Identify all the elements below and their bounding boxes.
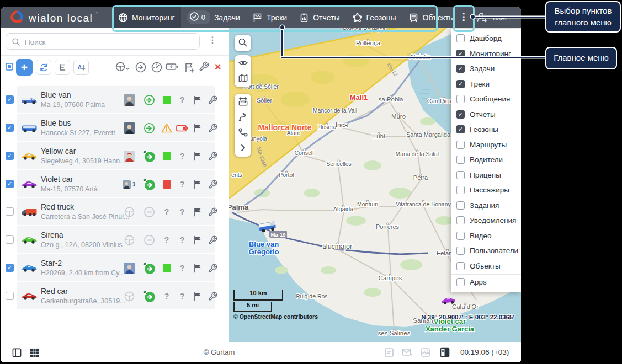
unit-name[interactable]: Violet car bbox=[41, 175, 73, 184]
menu-item-routes[interactable]: Маршруты bbox=[451, 137, 521, 153]
checked-checkbox[interactable]: ✓ bbox=[456, 125, 465, 133]
unit-row[interactable]: Yellow carSiegelweg 4, 30519 Hann...? bbox=[17, 142, 215, 169]
motion-filter-icon[interactable] bbox=[135, 61, 147, 73]
unchecked-checkbox[interactable] bbox=[456, 141, 465, 149]
no-driver-wheel-icon[interactable] bbox=[123, 233, 136, 247]
geofence-flag-icon[interactable] bbox=[191, 205, 204, 218]
apps-grid-icon[interactable] bbox=[30, 348, 39, 360]
unit-row[interactable]: Star-2H20269, 2.40 km from Cy...? bbox=[17, 254, 215, 281]
unit-name[interactable]: Blue bus bbox=[41, 119, 71, 127]
menu-item-reports[interactable]: ✓Отчеты bbox=[451, 107, 521, 122]
unchecked-checkbox[interactable] bbox=[456, 247, 465, 255]
no-driver-wheel-icon[interactable] bbox=[123, 205, 136, 218]
sort-button[interactable]: A bbox=[73, 60, 89, 75]
driver-filter-icon[interactable] bbox=[115, 61, 129, 73]
unchecked-checkbox[interactable] bbox=[456, 95, 465, 103]
log-panel-icon[interactable] bbox=[384, 347, 394, 360]
unit-row[interactable]: Blue vanMa-19, 07600 Palma? bbox=[17, 86, 215, 113]
unit-settings-wrench-icon[interactable] bbox=[206, 205, 219, 218]
menu-customizer-kebab-icon[interactable]: ⋮ bbox=[458, 10, 469, 24]
unit-row[interactable]: Blue busHancock St 227, Everett bbox=[17, 114, 215, 141]
add-geofence-flag-icon[interactable] bbox=[183, 61, 195, 73]
toggle-sidebar-icon[interactable] bbox=[12, 348, 22, 360]
driver-photo[interactable] bbox=[123, 93, 136, 106]
unit-row[interactable]: Violet carMa-15, 07570 Artà1? bbox=[17, 170, 215, 197]
unchecked-checkbox[interactable] bbox=[456, 201, 465, 210]
menu-item-units[interactable]: Объекты bbox=[451, 259, 521, 274]
geofence-flag-icon[interactable] bbox=[191, 149, 204, 163]
menu-item-notifications[interactable]: Уведомления bbox=[451, 213, 521, 228]
unchecked-checkbox[interactable] bbox=[456, 34, 465, 42]
unchecked-checkbox[interactable] bbox=[456, 171, 465, 179]
unit-row[interactable]: Red carGarkenburgstraße, 30519...?? bbox=[17, 282, 215, 309]
menu-item-trailers[interactable]: Прицепы bbox=[451, 168, 521, 183]
map-search-icon[interactable] bbox=[235, 35, 251, 50]
driver-photo[interactable]: 1 bbox=[123, 178, 136, 191]
nav-item-tasks[interactable]: 0Задачи bbox=[181, 7, 246, 28]
unit-name[interactable]: Red car bbox=[41, 287, 68, 296]
menu-item-jobs[interactable]: Задания bbox=[451, 198, 521, 213]
unit-checkbox-checked[interactable]: ✓ bbox=[6, 180, 14, 188]
battery-filter-icon[interactable] bbox=[166, 62, 179, 71]
wrench-settings-icon[interactable] bbox=[199, 61, 209, 72]
unit-row[interactable]: Red truckCarretera a San José Pinul...?? bbox=[17, 198, 215, 225]
geofence-flag-icon[interactable] bbox=[191, 233, 204, 247]
split-panel-icon[interactable] bbox=[440, 347, 450, 360]
driver-photo[interactable] bbox=[123, 261, 136, 275]
ruler-icon[interactable] bbox=[235, 94, 251, 109]
messages-mail-icon[interactable] bbox=[402, 347, 413, 360]
menu-item-tracks[interactable]: ✓Треки bbox=[451, 77, 521, 92]
sensor-state-icon[interactable] bbox=[151, 61, 163, 73]
unit-checkbox-checked[interactable]: ✓ bbox=[6, 152, 14, 160]
unit-checkbox-unchecked[interactable] bbox=[6, 292, 14, 300]
map-search-tool[interactable] bbox=[235, 35, 251, 51]
nav-item-reports[interactable]: Отчеты bbox=[293, 7, 345, 28]
menu-item-dashboard[interactable]: Дашборд bbox=[451, 31, 521, 46]
no-driver-wheel-icon[interactable] bbox=[123, 290, 136, 303]
unit-settings-wrench-icon[interactable] bbox=[206, 233, 219, 247]
geofence-flag-icon[interactable] bbox=[191, 121, 204, 135]
unit-checkbox-unchecked[interactable] bbox=[6, 207, 14, 216]
driver-photo[interactable] bbox=[123, 149, 136, 163]
user-menu[interactable]: user bbox=[476, 11, 507, 25]
unchecked-checkbox[interactable] bbox=[456, 216, 465, 224]
search-options-kebab-icon[interactable]: ⋮ bbox=[208, 35, 217, 48]
tree-view-button[interactable] bbox=[55, 60, 70, 75]
unit-settings-wrench-icon[interactable] bbox=[206, 149, 219, 163]
unchecked-checkbox[interactable] bbox=[456, 232, 465, 240]
unchecked-checkbox[interactable] bbox=[456, 186, 465, 194]
unit-name[interactable]: Yellow car bbox=[41, 147, 76, 156]
search-input[interactable] bbox=[24, 35, 192, 49]
nav-item-monitoring[interactable]: Мониторинг bbox=[112, 7, 181, 28]
geofence-flag-icon[interactable] bbox=[191, 261, 204, 275]
expand-chevron-icon[interactable] bbox=[235, 140, 251, 156]
unit-settings-wrench-icon[interactable] bbox=[206, 93, 219, 106]
unit-name[interactable]: Sirena bbox=[41, 231, 63, 239]
unit-checkbox-checked[interactable]: ✓ bbox=[6, 264, 14, 272]
search-box[interactable] bbox=[6, 33, 200, 50]
unit-checkbox-checked[interactable]: ✓ bbox=[6, 95, 14, 104]
nav-item-tracks[interactable]: Треки bbox=[246, 7, 293, 28]
checked-checkbox[interactable]: ✓ bbox=[456, 80, 465, 88]
menu-item-users[interactable]: Пользователи bbox=[451, 243, 521, 259]
checked-checkbox[interactable]: ✓ bbox=[456, 110, 465, 119]
unit-settings-wrench-icon[interactable] bbox=[206, 290, 219, 303]
menu-item-monitoring[interactable]: ✓Мониторинг bbox=[451, 46, 521, 62]
geofence-flag-icon[interactable] bbox=[191, 93, 204, 106]
select-all-checkbox[interactable] bbox=[6, 63, 13, 71]
menu-item-drivers[interactable]: Водители bbox=[451, 152, 521, 168]
nav-item-units[interactable]: Объекты bbox=[402, 7, 461, 28]
unit-settings-wrench-icon[interactable] bbox=[206, 178, 219, 191]
add-unit-button[interactable]: + bbox=[16, 59, 33, 76]
unit-name[interactable]: Star-2 bbox=[41, 259, 62, 267]
unchecked-checkbox[interactable] bbox=[456, 156, 465, 164]
checked-checkbox[interactable]: ✓ bbox=[456, 65, 465, 73]
clear-selection-x-icon[interactable]: ✕ bbox=[214, 62, 221, 72]
unit-row[interactable]: SirenaOzo g., 12A, 08200 Vilnius?? bbox=[17, 226, 215, 253]
menu-item-video[interactable]: Видео bbox=[451, 228, 521, 244]
driver-photo[interactable] bbox=[123, 121, 136, 135]
unit-checkbox-checked[interactable]: ✓ bbox=[6, 124, 14, 132]
unit-settings-wrench-icon[interactable] bbox=[206, 261, 219, 275]
track-route-icon[interactable] bbox=[235, 109, 251, 125]
menu-item-passengers[interactable]: Пассажиры bbox=[451, 183, 521, 198]
